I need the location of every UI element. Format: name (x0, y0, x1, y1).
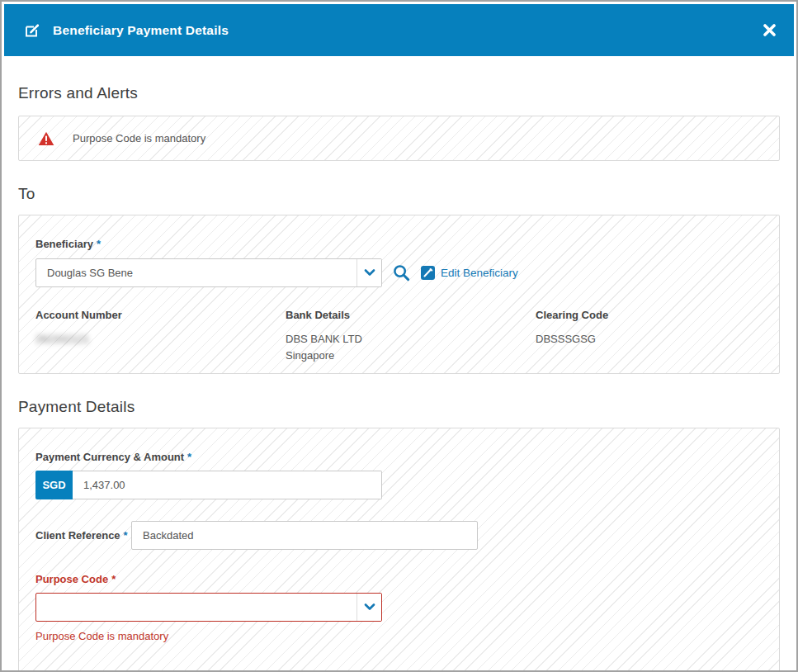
amount-input[interactable] (73, 471, 382, 499)
beneficiary-dropdown-button[interactable] (357, 259, 381, 286)
account-number-value: 262332121 (35, 331, 286, 348)
errors-alerts-heading: Errors and Alerts (18, 84, 780, 102)
edit-square-icon (421, 266, 435, 280)
payment-details-panel: Payment Currency & Amount* SGD Client Re… (18, 428, 780, 672)
close-button[interactable] (760, 21, 779, 40)
bank-details-label: Bank Details (286, 309, 536, 321)
currency-amount-row: SGD (35, 471, 382, 499)
client-reference-input[interactable] (131, 521, 478, 550)
clearing-code-value: DBSSSGSG (536, 331, 763, 348)
account-number-block: Account Number 262332121 (35, 309, 286, 364)
modal-body: Errors and Alerts Purpose Code is mandat… (4, 84, 794, 672)
error-alert-panel: Purpose Code is mandatory (18, 116, 780, 161)
modal-title: Beneficiary Payment Details (53, 23, 229, 38)
client-reference-label: Client Reference (35, 529, 120, 542)
purpose-code-error: Purpose Code is mandatory (35, 630, 763, 642)
client-reference-field: Client Reference* (35, 521, 763, 550)
chevron-down-icon (364, 603, 375, 611)
payment-details-heading: Payment Details (18, 398, 780, 416)
purpose-code-combobox[interactable] (35, 593, 382, 622)
chevron-down-icon (364, 269, 375, 277)
warning-triangle-icon (38, 131, 54, 146)
currency-badge: SGD (35, 471, 73, 499)
required-asterisk: * (124, 529, 128, 542)
alert-message: Purpose Code is mandatory (73, 132, 205, 144)
purpose-code-label: Purpose Code (35, 573, 108, 585)
beneficiary-payment-modal: Beneficiary Payment Details Errors and A… (0, 0, 798, 672)
purpose-code-field: Purpose Code* Purpose Code is mandatory (35, 571, 763, 642)
search-icon (393, 264, 410, 282)
clearing-code-label: Clearing Code (536, 309, 763, 321)
clearing-code-block: Clearing Code DBSSSGSG (536, 309, 763, 364)
currency-amount-label: Payment Currency & Amount (35, 451, 184, 463)
required-asterisk: * (97, 238, 101, 250)
close-icon (763, 24, 776, 36)
beneficiary-input[interactable] (36, 259, 357, 286)
beneficiary-search-button[interactable] (391, 263, 412, 283)
account-number-label: Account Number (35, 309, 286, 321)
beneficiary-details-grid: Account Number 262332121 Bank Details DB… (35, 309, 763, 364)
bank-details-block: Bank Details DBS BANK LTD Singapore (286, 309, 536, 364)
required-asterisk: * (187, 451, 191, 463)
modal-header: Beneficiary Payment Details (4, 4, 794, 56)
beneficiary-combobox[interactable] (35, 258, 382, 287)
purpose-code-input[interactable] (36, 594, 357, 621)
to-heading: To (18, 185, 780, 203)
purpose-code-dropdown-button[interactable] (357, 594, 381, 621)
currency-amount-field: Payment Currency & Amount* SGD (35, 449, 763, 499)
bank-details-line2: Singapore (286, 348, 536, 364)
edit-beneficiary-link[interactable]: Edit Beneficiary (421, 266, 518, 280)
edit-icon (24, 22, 40, 39)
beneficiary-label: Beneficiary (35, 238, 93, 250)
edit-beneficiary-label: Edit Beneficiary (441, 267, 518, 279)
bank-details-line1: DBS BANK LTD (286, 331, 536, 348)
beneficiary-row: Edit Beneficiary (35, 258, 763, 287)
required-asterisk: * (111, 573, 116, 585)
to-panel: Beneficiary* (18, 215, 780, 374)
